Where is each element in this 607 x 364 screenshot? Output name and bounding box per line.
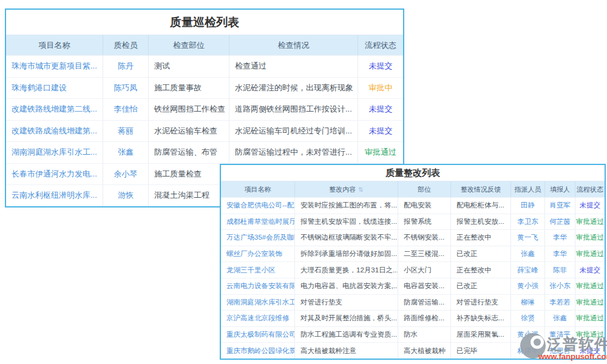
status-text: 审批通过 <box>575 295 605 311</box>
table2-header-row: 项目名称整改内容⇅部位整改情况反馈指派人员填报人流程状态 <box>221 181 605 197</box>
project-link[interactable]: 安徽合肥供电公司--配电设备... <box>221 198 295 214</box>
cell-text: 检查通过 <box>229 56 358 77</box>
column-header-label: 整改情况反馈 <box>461 185 501 194</box>
status-text: 审批通过 <box>575 214 605 230</box>
cell-text: 路面维修检... <box>398 311 451 326</box>
cell-text: 道路两侧铁丝网围挡工作按设计... <box>229 99 358 120</box>
column-header-5: 指派人员 <box>511 181 545 197</box>
person-link[interactable]: 柳琳 <box>511 295 545 311</box>
column-header-4: 整改情况反馈 <box>451 181 511 197</box>
project-link[interactable]: 长春市伊通河水力发电... <box>6 164 103 185</box>
cell-text: 正在整改中 <box>451 230 511 246</box>
person-link[interactable]: 黄一飞 <box>511 230 545 246</box>
person-link[interactable]: 肖亚军 <box>545 198 575 214</box>
status-text: 审批通过 <box>575 311 605 326</box>
table-row: 京沪高速北京段维修对其及时开展整治措施，桥头...路面维修检...补齐缺失标志.… <box>221 310 605 326</box>
cell-text: 水泥砼运输车司机经过专门培训... <box>229 121 358 142</box>
column-header-label: 检查部位 <box>173 40 205 51</box>
status-text: 审批通过 <box>575 246 605 262</box>
cell-text: 已改正 <box>451 278 511 294</box>
project-link[interactable]: 龙湖三千里小区 <box>221 262 295 278</box>
cell-text: 水泥砼灌注的时候，出现离析现象 <box>229 78 358 99</box>
person-link[interactable]: 陈丹 <box>103 56 149 77</box>
cell-text: 拆除到承重墙部分请做好加固... <box>295 246 398 262</box>
table2-title: 质量整改列表 <box>221 165 605 181</box>
table-row: 改建铁路成渝线增建第...蒋丽水泥砼运输车检查水泥砼运输车司机经过专门培训...… <box>6 120 403 142</box>
project-link[interactable]: 珠海鹤港口建设 <box>6 78 103 99</box>
cell-text: 大理石质量更换，12月31日之... <box>295 262 398 278</box>
table-row: 万达广场35#会所及咖啡厅空...不锈钢边框玻璃隔断安装不牢...不锈钢安装..… <box>221 229 605 246</box>
person-link[interactable]: 余小琴 <box>103 164 149 185</box>
status-text: 未提交 <box>575 198 605 214</box>
column-header-3: 部位 <box>398 181 451 197</box>
cell-text: 混凝土沟渠工程 <box>149 185 229 206</box>
person-link[interactable]: 游恢 <box>103 185 149 206</box>
table-row: 龙湖三千里小区大理石质量更换，12月31日之...小区大门正在整改中薛宝峰陈菲未… <box>221 261 605 278</box>
column-header-label: 检查情况 <box>278 40 310 51</box>
column-header-label: 部位 <box>418 185 431 194</box>
cell-text: 高大植被栽种注意 <box>295 343 398 359</box>
column-header-label: 项目名称 <box>39 40 70 51</box>
project-link[interactable]: 改建铁路成渝线增建第... <box>6 121 103 142</box>
project-link[interactable]: 湖南洞庭湖水库引水工... <box>6 142 103 163</box>
person-link[interactable]: 徐贤 <box>511 311 545 326</box>
person-link[interactable]: 田静 <box>511 198 545 214</box>
person-link[interactable]: 李卫东 <box>511 214 545 230</box>
person-link[interactable]: 张鑫 <box>103 142 149 163</box>
table-row: 云南电力设备安装有限公司20...电力电容器、电抗器安装方案,...电容器安装.… <box>221 278 605 294</box>
project-link[interactable]: 重庆市鹅岭公园绿化景观提升... <box>221 343 295 359</box>
project-link[interactable]: 云南水利枢纽潜明水库... <box>6 185 103 206</box>
status-text: 审批通过 <box>358 142 403 163</box>
cell-text: 铁丝网围挡工作检查 <box>149 99 229 120</box>
project-link[interactable]: 京沪高速北京段维修 <box>221 311 295 326</box>
cell-text: 防腐管运输、布管 <box>149 142 229 163</box>
person-link[interactable]: 李华 <box>545 246 575 262</box>
person-link[interactable]: 李若若 <box>545 295 575 311</box>
person-link[interactable]: 张小东 <box>545 278 575 294</box>
sort-icon[interactable]: ⇅ <box>358 186 363 193</box>
cell-text: 不锈钢安装... <box>398 230 451 246</box>
person-link[interactable]: 李华 <box>545 230 575 246</box>
project-link[interactable]: 改建铁路线增建第二线... <box>6 99 103 120</box>
cell-text: 水泥砼运输车检查 <box>149 121 229 142</box>
person-link[interactable]: 黄小强 <box>511 278 545 294</box>
column-header-label: 流程状态 <box>577 185 603 194</box>
project-link[interactable]: 湖南洞庭湖水库引水工程施工标 <box>221 295 295 311</box>
project-link[interactable]: 重庆太极制药有限公司亳州中... <box>221 327 295 343</box>
column-header-2: 质检员 <box>103 35 149 55</box>
cell-text: 补齐缺失标志... <box>451 311 511 326</box>
person-link[interactable]: 薛宝峰 <box>511 262 545 278</box>
cell-text: 对其及时开展整治措施，桥头... <box>295 311 398 326</box>
status-text: 未提交 <box>358 121 403 142</box>
cell-text: 报警系统 <box>398 214 451 230</box>
person-link[interactable]: 陈巧凤 <box>103 78 149 99</box>
status-text: 未提交 <box>358 56 403 77</box>
table-row: 改建铁路线增建第二线...李佳怡铁丝网围挡工作检查道路两侧铁丝网围挡工作按设计.… <box>6 98 403 120</box>
column-header-2[interactable]: 整改内容⇅ <box>295 181 398 197</box>
cell-text: 防腐管运输... <box>398 295 451 311</box>
status-text: 未提交 <box>358 99 403 120</box>
status-text: 审批中 <box>358 78 403 99</box>
column-header-4: 检查情况 <box>229 35 358 55</box>
column-header-label: 指派人员 <box>515 185 541 194</box>
person-link[interactable]: 陈菲 <box>545 262 575 278</box>
cell-text: 防腐管运输过程中，未对管进行... <box>229 142 358 163</box>
cell-text: 配电安装 <box>398 198 451 214</box>
cell-text: 对管进行垫支 <box>295 295 398 311</box>
person-link[interactable]: 张鑫 <box>545 311 575 326</box>
person-link[interactable]: 蒋丽 <box>103 121 149 142</box>
cell-text: 小区大门 <box>398 262 451 278</box>
project-link[interactable]: 成都杜甫草堂临时展厅独立展... <box>221 214 295 230</box>
person-link[interactable]: 张鑫 <box>511 246 545 262</box>
person-link[interactable]: 何芷茵 <box>545 214 575 230</box>
project-link[interactable]: 万达广场35#会所及咖啡厅空... <box>221 230 295 246</box>
table-row: 螺丝厂办公室装饰拆除到承重墙部分请做好加固...二至三楼混...已改正张鑫李华审… <box>221 246 605 262</box>
project-link[interactable]: 螺丝厂办公室装饰 <box>221 246 295 262</box>
project-link[interactable]: 云南电力设备安装有限公司20... <box>221 278 295 294</box>
cell-text: 施工质量事故 <box>149 78 229 99</box>
project-link[interactable]: 珠海市城市更新项目紫... <box>6 56 103 77</box>
column-header-label: 填报人 <box>550 185 570 194</box>
cell-text: 报警主机安放牢固，线缆连接... <box>295 214 398 230</box>
cell-text: 防水 <box>398 327 451 343</box>
person-link[interactable]: 李佳怡 <box>103 99 149 120</box>
